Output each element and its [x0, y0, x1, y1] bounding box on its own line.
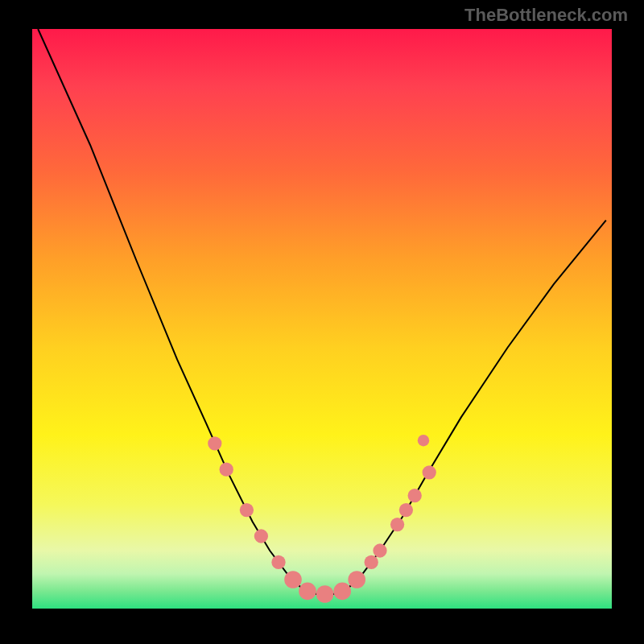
curve-marker: [423, 465, 436, 479]
curve-marker: [284, 571, 302, 588]
curve-marker: [254, 529, 268, 543]
curve-marker: [399, 503, 413, 517]
curve-marker: [365, 555, 378, 569]
curve-marker: [220, 463, 233, 477]
curve-marker: [271, 555, 285, 569]
curve-marker: [373, 543, 386, 557]
curve-marker: [299, 583, 316, 601]
watermark-text: TheBottleneck.com: [464, 5, 628, 26]
chart-svg: [32, 29, 612, 609]
curve-marker: [240, 503, 254, 517]
curve-marker: [348, 571, 365, 588]
curve-marker: [333, 583, 351, 601]
chart-plot-area: [32, 29, 612, 609]
curve-marker: [418, 435, 429, 446]
curve-marker: [208, 436, 221, 450]
curve-marker: [408, 489, 422, 502]
curve-marker: [390, 518, 404, 531]
bottleneck-curve: [38, 29, 606, 594]
curve-marker: [316, 585, 334, 603]
